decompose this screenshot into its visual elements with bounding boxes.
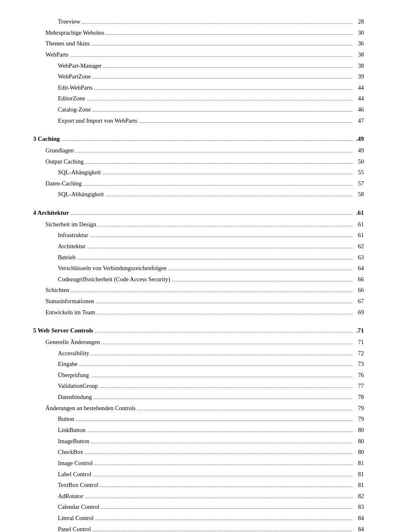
toc-entry: Daten-Caching57 (33, 178, 364, 189)
toc-dots (98, 226, 352, 226)
toc-entry-label: TextBox Control (58, 480, 98, 490)
toc-dots (105, 196, 352, 196)
toc-entry: WebPart-Manager38 (33, 61, 364, 71)
toc-entry-label: Generelle Änderungen (45, 337, 100, 347)
toc-dots (168, 270, 352, 270)
toc-dots (96, 303, 352, 303)
toc-page-number: 58 (354, 189, 364, 200)
toc-dots (75, 152, 352, 152)
toc-dots (92, 78, 352, 78)
toc-entry: EditorZone44 (33, 93, 364, 104)
toc-page-number: 39 (354, 71, 364, 82)
toc-page-number: 57 (354, 178, 364, 189)
toc-dots (172, 281, 352, 281)
toc-dots (100, 387, 352, 388)
toc-page-number: 64 (354, 263, 364, 273)
toc-page-number: 30 (354, 28, 364, 38)
toc-dots (100, 487, 352, 487)
toc-entry: Sicherheit im Design61 (33, 219, 364, 230)
toc-entry-label: ImageButton (58, 436, 89, 446)
toc-dots (93, 399, 352, 399)
toc-entry-label: Mehrsprachige Websites (45, 28, 104, 38)
toc-entry: Änderungen an bestehenden Controls79 (33, 403, 364, 413)
toc-entry: Infrastruktur61 (33, 230, 364, 240)
toc-page-number: 38 (354, 50, 364, 60)
toc-dots (97, 314, 352, 314)
toc-entry-label: CheckBox (58, 447, 83, 457)
toc-entry: Schichten66 (33, 285, 364, 295)
toc-dots (70, 56, 352, 57)
toc-page-number: 80 (354, 436, 364, 446)
toc-dots (87, 248, 352, 248)
toc-dots (91, 355, 352, 355)
toc-dots (91, 45, 352, 45)
toc-dots (71, 214, 352, 215)
toc-container: Treeview28Mehrsprachige Websites30Themes… (33, 17, 364, 532)
toc-dots (90, 237, 352, 237)
toc-page-number: 79 (354, 414, 364, 424)
toc-entry-label: Label Control (58, 469, 91, 480)
toc-entry-label: Eingabe (58, 359, 78, 369)
toc-dots (103, 67, 352, 68)
toc-entry-label: 4 Architektur (33, 208, 69, 218)
page: Treeview28Mehrsprachige Websites30Themes… (0, 0, 397, 532)
toc-page-number: 44 (354, 93, 364, 104)
toc-entry-label: SQL-Abängigkeit (58, 167, 101, 178)
toc-page-number: 81 (354, 458, 364, 468)
toc-page-number: 66 (354, 274, 364, 285)
toc-page-number: 66 (354, 285, 364, 295)
toc-dots (106, 34, 352, 35)
toc-entry: Output Caching50 (33, 157, 364, 167)
toc-page-number: 61 (354, 230, 364, 240)
toc-dots (82, 23, 352, 24)
toc-entry-label: Panel Control (58, 524, 91, 532)
toc-entry: 3 Caching.49 (33, 134, 364, 145)
toc-dots (93, 476, 352, 476)
toc-page-number: .49 (354, 134, 364, 145)
toc-entry: WebParts38 (33, 50, 364, 60)
toc-entry-label: Grundlagen (45, 145, 74, 156)
toc-dots (94, 89, 352, 90)
toc-dots (62, 140, 352, 141)
toc-page-number: 78 (354, 392, 364, 402)
toc-page-number: 55 (354, 167, 364, 178)
toc-page-number: 72 (354, 348, 364, 359)
toc-page-number: 73 (354, 359, 364, 369)
toc-entry-label: Daten-Caching (45, 178, 82, 189)
toc-dots (91, 443, 352, 443)
toc-entry-label: AdRotator (58, 491, 83, 501)
toc-dots (93, 531, 352, 531)
toc-entry: ImageButton80 (33, 436, 364, 446)
toc-entry: Treeview28 (33, 17, 364, 27)
toc-page-number: 36 (354, 38, 364, 49)
toc-page-number: 44 (354, 83, 364, 93)
toc-entry: Catalog-Zone46 (33, 104, 364, 115)
toc-dots (79, 366, 352, 366)
toc-entry-label: 3 Caching (33, 134, 60, 145)
toc-entry-label: Edit-WebParts (58, 83, 93, 93)
toc-page-number: 81 (354, 469, 364, 480)
toc-dots (85, 454, 352, 454)
toc-entry: ValidationGroup77 (33, 381, 364, 391)
toc-entry: Statusinformationen67 (33, 296, 364, 306)
toc-entry-label: Infrastruktur (58, 230, 88, 240)
toc-dots (101, 508, 352, 509)
toc-entry: TextBox Control81 (33, 480, 364, 490)
toc-page-number: 61 (354, 219, 364, 230)
toc-dots (76, 420, 352, 421)
toc-entry-label: ValidationGroup (58, 381, 98, 391)
toc-entry: SQL-Abhängigkeit58 (33, 189, 364, 200)
toc-entry: 4 Architektur.61 (33, 208, 364, 218)
toc-entry: Accessibility72 (33, 348, 364, 359)
toc-entry-label: Überprüfung (58, 370, 89, 380)
toc-entry-label: WebParts (45, 50, 68, 60)
toc-entry-label: Treeview (58, 17, 80, 27)
toc-entry-label: Catalog-Zone (58, 104, 91, 115)
toc-entry-label: Entwickeln im Team (45, 307, 95, 318)
toc-entry-label: Betrieb (58, 252, 76, 263)
toc-entry: AdRotator82 (33, 491, 364, 501)
toc-entry: Calendar Control83 (33, 502, 364, 512)
toc-entry-label: Output Caching (45, 157, 84, 167)
toc-entry-label: Codezugriffssicherheit (Code Access Secu… (58, 274, 170, 285)
toc-dots (103, 174, 352, 174)
